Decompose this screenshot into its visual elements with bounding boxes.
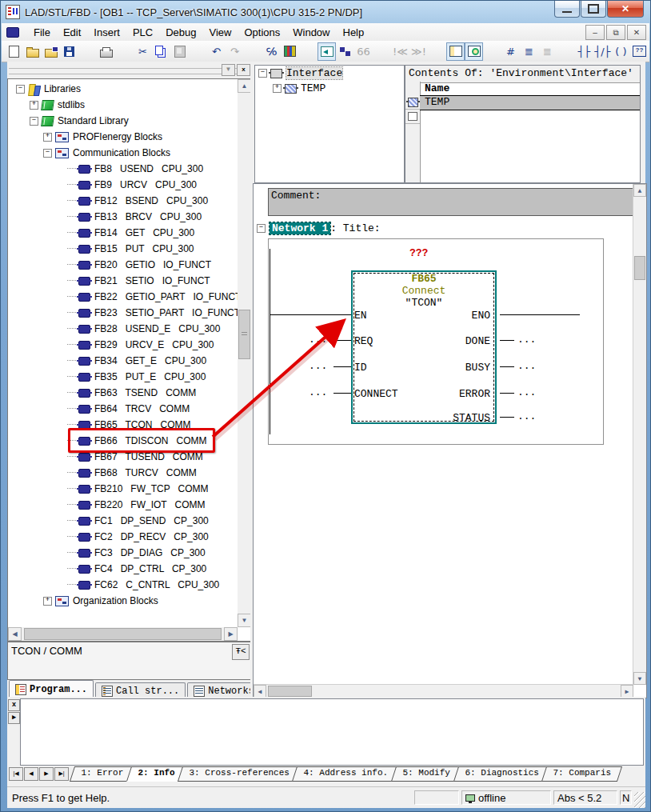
editor-vertical-scrollbar[interactable]: ▲ ▼ <box>633 184 646 685</box>
prev-tab-button[interactable]: ◀ <box>24 767 38 781</box>
library-tree-row[interactable]: FB35 PUT_E CPU_300 <box>8 369 238 385</box>
library-tree-row[interactable]: FB28 USEND_E CPU_300 <box>8 321 238 337</box>
menu-help[interactable]: Help <box>337 25 371 40</box>
overview-pane-toggle[interactable] <box>446 42 465 61</box>
library-tree-row[interactable]: FB220 FW_IOT COMM <box>8 497 238 513</box>
tree-expander[interactable] <box>43 149 52 158</box>
library-tree-row[interactable]: FB13 BRCV CPU_300 <box>8 209 238 225</box>
toolbar-button[interactable] <box>428 42 446 61</box>
next-tab-button[interactable]: ▶ <box>39 767 54 781</box>
menu-plc[interactable]: PLC <box>126 25 159 40</box>
library-tree-row[interactable]: FB34 GET_E CPU_300 <box>8 353 238 369</box>
tree-expander[interactable] <box>43 133 52 142</box>
interface-root-row[interactable]: Interface <box>255 66 404 81</box>
scroll-right-button[interactable]: ▶ <box>621 685 633 698</box>
monitor-glasses-button[interactable]: 66 <box>354 42 373 61</box>
menu-debug[interactable]: Debug <box>159 25 202 40</box>
library-tree-row[interactable]: FB20 GETIO IO_FUNCT <box>8 257 238 273</box>
scroll-left-button[interactable]: ◀ <box>254 685 266 698</box>
tab-address-info[interactable]: 4: Address info. <box>292 766 399 782</box>
tab-cross-references[interactable]: 3: Cross-references <box>178 766 301 782</box>
library-tree-row[interactable]: FC1 DP_SEND CP_300 <box>8 513 238 529</box>
program-structure-button[interactable]: ≣ <box>520 42 538 61</box>
library-tree-row[interactable]: FC4 DP_CTRL CP_300 <box>8 561 238 577</box>
library-tree-row[interactable]: FB12 BSEND CPU_300 <box>8 193 238 209</box>
toolbar-button[interactable] <box>78 42 97 61</box>
toolbar-button[interactable] <box>299 42 318 61</box>
open-file-button[interactable] <box>23 42 42 61</box>
download-button[interactable] <box>281 42 299 61</box>
tree-expander[interactable] <box>30 101 38 110</box>
library-tree-row[interactable]: FB68 TURCV COMM <box>8 465 238 481</box>
id-operand[interactable]: ... <box>309 360 327 372</box>
copy-button[interactable] <box>152 42 170 61</box>
open-block-button[interactable] <box>42 42 60 61</box>
library-tree-row[interactable]: FB63 TSEND COMM <box>8 385 238 401</box>
library-tree-row[interactable]: FB29 URCV_E CPU_300 <box>8 337 238 353</box>
document-icon[interactable] <box>6 27 19 38</box>
output-content[interactable] <box>20 698 644 766</box>
scroll-up-button[interactable]: ▲ <box>238 79 251 93</box>
toolbar-button[interactable] <box>557 42 575 61</box>
tab-program-elements[interactable]: Program... <box>9 680 94 698</box>
library-tree-row[interactable]: stdlibs <box>8 97 238 113</box>
menu-view[interactable]: View <box>202 25 238 40</box>
pane-close-button[interactable]: x <box>237 64 250 76</box>
toolbar-button[interactable] <box>244 42 262 61</box>
minimize-button[interactable] <box>554 1 580 18</box>
close-button[interactable]: ✕ <box>607 1 644 18</box>
tree-vertical-scrollbar[interactable]: ▲ ▼ <box>238 79 251 627</box>
comment-box[interactable]: Comment: <box>268 188 639 216</box>
editor-horizontal-scrollbar[interactable]: ◀ ▶ <box>254 684 633 698</box>
pane-grip[interactable] <box>9 63 249 78</box>
toolbar-button[interactable] <box>373 42 391 61</box>
library-tree-row[interactable]: FB21 SETIO IO_FUNCT <box>8 273 238 289</box>
tab-error[interactable]: 1: Error <box>70 766 134 782</box>
tree-expander[interactable] <box>43 597 52 606</box>
toolbar-button[interactable] <box>189 42 207 61</box>
library-tree-row[interactable]: FB67 TUSEND COMM <box>8 449 238 465</box>
network-label[interactable]: Network 1 <box>270 222 330 234</box>
library-tree-row[interactable]: FC62 C_CNTRL CPU_300 <box>8 577 238 593</box>
library-tree-row[interactable]: Libraries <box>8 81 238 97</box>
connect-operand[interactable]: ... <box>309 386 327 398</box>
scroll-down-button[interactable]: ▼ <box>633 672 646 685</box>
library-tree-row[interactable]: FB14 GET CPU_300 <box>8 225 238 241</box>
tree-row-fb65-tcon[interactable]: FB65 TCON COMM <box>8 417 238 433</box>
save-button[interactable] <box>60 42 78 61</box>
library-tree-row[interactable]: Organization Blocks <box>8 593 238 609</box>
tree-expander[interactable] <box>273 84 282 93</box>
detail-view-toggle[interactable] <box>465 42 483 61</box>
tab-call-structure[interactable]: Call str... <box>95 682 186 698</box>
library-tree-row[interactable]: FB210 FW_TCP COMM <box>8 481 238 497</box>
toolbar-button[interactable] <box>483 42 501 61</box>
tree-expander[interactable] <box>30 117 38 126</box>
network-title[interactable]: : Title: <box>330 222 380 234</box>
contact-no-button[interactable]: ┤├ <box>575 42 593 61</box>
scroll-up-button[interactable]: ▲ <box>633 184 646 197</box>
busy-operand[interactable]: ... <box>517 360 536 372</box>
scroll-down-button[interactable]: ▼ <box>238 614 251 627</box>
editor-hscroll-thumb[interactable] <box>268 686 312 697</box>
tab-comparison[interactable]: 7: Comparis <box>541 766 622 782</box>
resize-grip[interactable] <box>634 792 645 808</box>
undo-button[interactable]: ↶ <box>207 42 226 61</box>
network-collapse-box[interactable]: − <box>257 224 266 233</box>
tab-info[interactable]: 2: Info <box>126 766 186 782</box>
tree-scroll-thumb[interactable] <box>238 310 250 359</box>
print-button[interactable] <box>97 42 115 61</box>
previous-error-button[interactable]: !≪ <box>391 42 409 61</box>
menu-insert[interactable]: Insert <box>87 25 126 40</box>
contact-nc-button[interactable]: ┤/├ <box>593 42 612 61</box>
tree-expander[interactable] <box>258 69 267 78</box>
network-canvas[interactable]: ??? ... ... ... ... ... ... ... <box>268 238 604 445</box>
library-tree-row[interactable]: FB22 GETIO_PART IO_FUNCT <box>8 289 238 305</box>
scroll-right-button[interactable]: ▶ <box>224 627 238 641</box>
scroll-left-button[interactable]: ◀ <box>8 627 22 641</box>
symbol-selection-button[interactable] <box>318 42 336 61</box>
assignment-button[interactable] <box>336 42 354 61</box>
library-tree-row[interactable]: FB66 TDISCON COMM <box>8 433 238 449</box>
redo-button[interactable]: ↷ <box>226 42 244 61</box>
tab-modify[interactable]: 5: Modify <box>391 766 461 782</box>
first-tab-button[interactable]: |◀ <box>9 767 23 781</box>
